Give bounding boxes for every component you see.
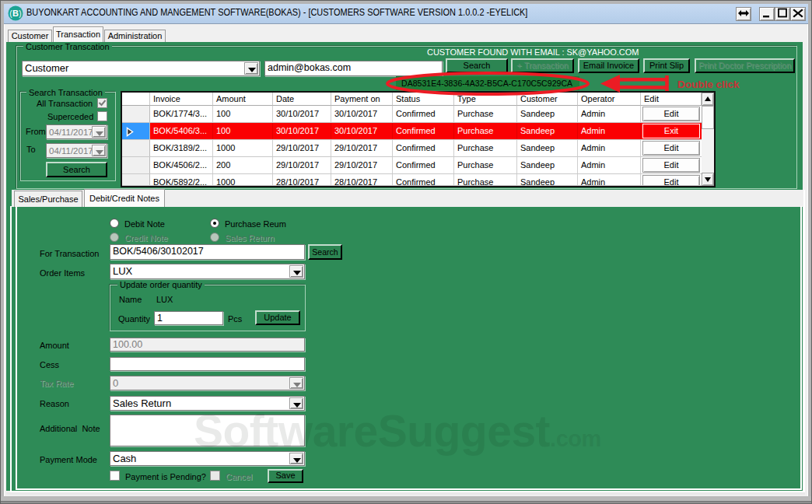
svg-text:B: B [12,9,19,18]
svg-text:): ) [19,9,21,18]
svg-text:Double click: Double click [677,79,740,90]
